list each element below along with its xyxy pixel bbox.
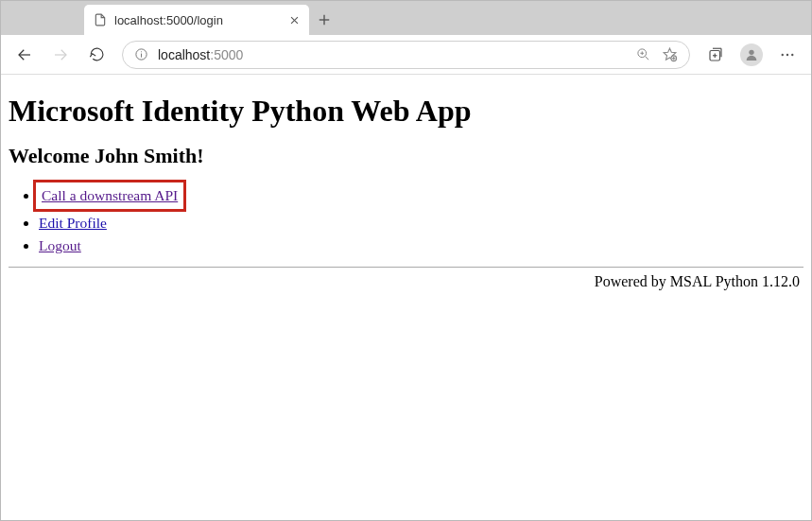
svg-point-23 — [782, 53, 784, 55]
list-item: Logout — [39, 234, 803, 257]
logout-link[interactable]: Logout — [39, 237, 81, 253]
call-api-link[interactable]: Call a downstream API — [42, 187, 178, 203]
svg-point-25 — [791, 53, 793, 55]
divider — [9, 267, 803, 268]
menu-button[interactable] — [771, 39, 803, 71]
favorite-icon[interactable] — [662, 46, 678, 62]
nav-list: Call a downstream API Edit Profile Logou… — [9, 180, 803, 257]
refresh-button[interactable] — [80, 39, 112, 71]
page-content: Microsoft Identity Python Web App Welcom… — [1, 75, 811, 298]
collections-button[interactable] — [700, 39, 732, 71]
forward-button[interactable] — [44, 39, 77, 71]
svg-point-22 — [749, 49, 753, 54]
welcome-heading: Welcome John Smith! — [9, 144, 803, 168]
close-tab-icon[interactable] — [289, 15, 300, 26]
edit-profile-link[interactable]: Edit Profile — [39, 215, 107, 231]
tab-strip: localhost:5000/login — [1, 1, 811, 35]
address-bar[interactable]: localhost:5000 — [122, 41, 690, 69]
avatar — [740, 43, 763, 66]
list-item: Call a downstream API — [39, 180, 803, 212]
url-text: localhost:5000 — [158, 47, 627, 62]
list-item: Edit Profile — [39, 212, 803, 234]
site-info-icon[interactable] — [134, 47, 148, 61]
new-tab-button[interactable] — [309, 5, 339, 35]
url-port: :5000 — [210, 47, 243, 62]
svg-point-24 — [786, 53, 788, 55]
highlight-annotation: Call a downstream API — [33, 180, 186, 212]
svg-point-8 — [141, 51, 142, 52]
svg-line-10 — [646, 57, 649, 61]
tab-title: localhost:5000/login — [114, 13, 282, 27]
profile-button[interactable] — [735, 39, 768, 71]
page-title: Microsoft Identity Python Web App — [9, 94, 803, 129]
url-host: localhost — [158, 47, 210, 62]
browser-toolbar: localhost:5000 — [1, 35, 811, 75]
browser-tab[interactable]: localhost:5000/login — [84, 5, 309, 35]
zoom-icon[interactable] — [636, 47, 650, 61]
back-button[interactable] — [9, 39, 41, 71]
page-icon — [94, 13, 107, 26]
footer-text: Powered by MSAL Python 1.12.0 — [9, 273, 803, 290]
